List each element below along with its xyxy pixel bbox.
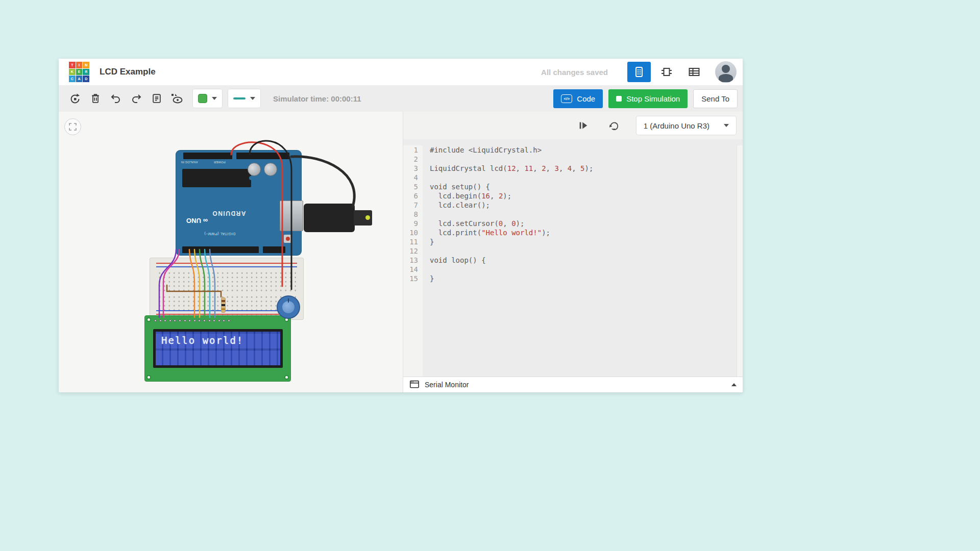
- resistor-component[interactable]: [221, 297, 226, 313]
- code-editor[interactable]: 123456789101112131415 #include <LiquidCr…: [403, 139, 743, 377]
- board-selector-dropdown[interactable]: 1 (Arduino Uno R3): [636, 116, 737, 135]
- notes-button[interactable]: [146, 88, 167, 109]
- code-line: lcd.print("Hello world!");: [430, 228, 737, 237]
- logo-tile: C: [69, 76, 76, 82]
- line-number: 13: [403, 256, 418, 265]
- code-token: );: [584, 164, 593, 172]
- logo-tile: D: [83, 76, 89, 82]
- usb-cable-led: [365, 215, 370, 220]
- header-right: All changes saved: [541, 61, 737, 83]
- chevron-down-icon: [724, 124, 729, 127]
- zoom-to-fit-button[interactable]: [64, 118, 81, 135]
- code-token: lcd.clear();: [430, 201, 490, 209]
- desktop-background: TINKERCAD LCD Example All changes saved: [0, 0, 980, 551]
- component-list-view-button[interactable]: [682, 62, 706, 82]
- line-number: 11: [403, 237, 418, 246]
- lcd-pin: [213, 319, 215, 322]
- code-token: );: [503, 192, 511, 200]
- code-token: 4: [568, 164, 572, 172]
- tinkercad-logo[interactable]: TINKERCAD: [69, 62, 89, 82]
- serial-monitor-bar[interactable]: Serial Monitor: [403, 377, 743, 392]
- logo-tile: T: [69, 62, 76, 68]
- line-number: 6: [403, 191, 418, 201]
- line-number: 10: [403, 228, 418, 237]
- label-visibility-button[interactable]: [167, 88, 187, 109]
- undo-button[interactable]: [106, 88, 126, 109]
- lcd-pin: [203, 319, 206, 322]
- line-number: 9: [403, 219, 418, 228]
- logo-tile: N: [83, 62, 89, 68]
- debug-step-icon: [578, 120, 589, 131]
- code-button[interactable]: </> Code: [553, 89, 603, 108]
- code-token: void setup() {: [430, 183, 490, 191]
- board-selector-value: 1 (Arduino Uno R3): [644, 121, 709, 130]
- code-token: ,: [490, 192, 499, 200]
- send-to-button[interactable]: Send To: [693, 89, 738, 108]
- table-icon: [688, 66, 701, 78]
- component-color-dropdown[interactable]: [192, 89, 223, 108]
- code-token: ,: [559, 164, 568, 172]
- save-status: All changes saved: [541, 68, 608, 77]
- fit-view-icon: [69, 123, 77, 131]
- chevron-up-icon[interactable]: [731, 383, 737, 386]
- color-swatch: [198, 94, 207, 103]
- logo-tile: R: [83, 69, 89, 76]
- code-text[interactable]: #include <LiquidCrystal.h>LiquidCrystal …: [423, 145, 737, 377]
- code-scrollbar[interactable]: [737, 145, 743, 377]
- stop-simulation-button[interactable]: Stop Simulation: [608, 89, 688, 108]
- code-token: ,: [572, 164, 580, 172]
- schematic-view-button[interactable]: [655, 62, 678, 82]
- line-number: 1: [403, 145, 418, 155]
- rotate-icon: [69, 92, 81, 105]
- potentiometer-component[interactable]: [277, 295, 300, 319]
- serial-monitor-label: Serial Monitor: [425, 381, 469, 389]
- arduino-brand-label: ARDUINO: [212, 210, 246, 217]
- stop-button-label: Stop Simulation: [626, 94, 680, 103]
- code-line: }: [430, 237, 737, 246]
- redo-button[interactable]: [126, 88, 146, 109]
- lcd-pin-row: [154, 319, 230, 322]
- user-avatar[interactable]: [715, 61, 737, 83]
- usb-cable-plug[interactable]: [304, 204, 355, 232]
- tinkercad-window: TINKERCAD LCD Example All changes saved: [59, 59, 743, 392]
- lcd-pin: [179, 319, 181, 322]
- arduino-microcontroller-chip: [182, 169, 251, 187]
- arduino-capacitor: [264, 163, 277, 176]
- rotate-button[interactable]: [65, 88, 85, 109]
- arduino-digital-label: DIGITAL (PWM~): [204, 232, 235, 236]
- breadboard-view-button[interactable]: [627, 62, 651, 82]
- lcd-pin: [198, 319, 201, 322]
- code-token: ,: [546, 164, 555, 172]
- delete-button[interactable]: [85, 88, 106, 109]
- resistor-band: [222, 308, 225, 310]
- refresh-button[interactable]: [605, 117, 623, 134]
- code-line: [430, 246, 737, 256]
- code-token: ,: [516, 164, 525, 172]
- arduino-uno-logo: ∞ UNO: [186, 217, 208, 224]
- code-token: 12: [507, 164, 516, 172]
- code-token: ,: [503, 219, 511, 228]
- lcd-pin: [169, 319, 172, 322]
- line-number: 14: [403, 265, 418, 274]
- notes-icon: [151, 92, 162, 105]
- code-line: [430, 155, 737, 164]
- code-token: 0: [511, 219, 516, 228]
- circuit-canvas[interactable]: Hello world! ANALOG IN POWER ARDUINO: [59, 112, 403, 392]
- document-title[interactable]: LCD Example: [100, 67, 156, 77]
- wire-type-dropdown[interactable]: [228, 89, 261, 108]
- eye-icon: [170, 92, 184, 105]
- main-content: Hello world! ANALOG IN POWER ARDUINO: [59, 112, 743, 392]
- code-token: );: [516, 219, 525, 228]
- code-line: lcd.setCursor(0, 0);: [430, 219, 737, 228]
- potentiometer-knob[interactable]: [282, 301, 295, 313]
- debug-button[interactable]: [575, 117, 592, 134]
- line-number-gutter: 123456789101112131415: [403, 145, 423, 377]
- code-token: );: [542, 229, 550, 237]
- logo-tile: A: [76, 76, 83, 82]
- lcd-pin: [184, 319, 186, 322]
- line-number: 7: [403, 201, 418, 210]
- lcd-pin: [188, 319, 191, 322]
- code-line: lcd.clear();: [430, 201, 737, 210]
- simulator-time: Simulator time: 00:00:11: [273, 94, 361, 103]
- lcd-component[interactable]: Hello world!: [144, 315, 291, 382]
